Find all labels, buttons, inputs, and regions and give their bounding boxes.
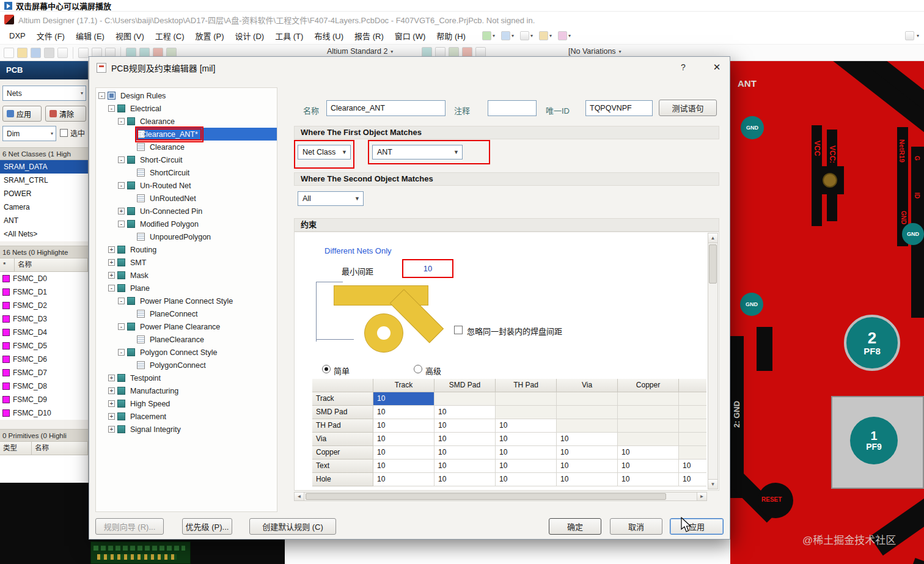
net-item[interactable]: FSMC_D0 bbox=[0, 272, 88, 285]
create-default-rules-button[interactable]: 创建默认规则 (C) bbox=[249, 518, 336, 535]
net-class-item[interactable]: SRAM_DATA bbox=[0, 160, 88, 174]
collapse-icon[interactable]: - bbox=[118, 298, 125, 304]
collapse-icon[interactable]: - bbox=[118, 182, 125, 189]
rule-wizard-button[interactable]: 规则向导 (R)... bbox=[95, 518, 164, 535]
matrix-cell[interactable] bbox=[679, 392, 706, 406]
pf8-pad[interactable]: 2 PF8 bbox=[844, 315, 900, 371]
tree-item-clearance[interactable]: Clearance bbox=[96, 141, 277, 153]
ignore-pad-clearance-checkbox[interactable] bbox=[454, 326, 463, 334]
matrix-cell[interactable] bbox=[679, 433, 706, 446]
expand-icon[interactable]: + bbox=[118, 208, 125, 214]
toolbar-variations[interactable]: [No Variations▾ bbox=[568, 47, 622, 56]
matrix-cell[interactable] bbox=[679, 446, 706, 460]
tree-item-modified-polygon[interactable]: -Modified Polygon bbox=[96, 218, 277, 230]
scrollbar-thumb[interactable] bbox=[306, 493, 666, 500]
menu-item[interactable]: 报告 (R) bbox=[349, 27, 389, 44]
net-item[interactable]: FSMC_D2 bbox=[0, 299, 88, 312]
matrix-row-header[interactable]: Track bbox=[312, 392, 373, 406]
select-checkbox[interactable]: 选中 bbox=[60, 128, 85, 138]
menu-item[interactable]: 帮助 (H) bbox=[431, 27, 471, 44]
collapse-icon[interactable]: - bbox=[108, 285, 115, 291]
net-class-item[interactable]: Camera bbox=[0, 200, 88, 214]
tree-item-mask[interactable]: +Mask bbox=[96, 269, 277, 282]
scrollbar-thumb[interactable] bbox=[709, 244, 717, 284]
matrix-row-header[interactable]: TH Pad bbox=[312, 419, 373, 433]
matrix-cell[interactable]: 10 bbox=[435, 419, 496, 433]
simple-mode-radio[interactable] bbox=[322, 365, 331, 373]
collapse-icon[interactable]: - bbox=[98, 92, 105, 99]
tree-item-un-routed-net[interactable]: -Un-Routed Net bbox=[96, 179, 277, 192]
matrix-cell[interactable] bbox=[618, 433, 679, 446]
grid-tool-button[interactable]: ▾ bbox=[539, 31, 552, 40]
tree-item-routing[interactable]: +Routing bbox=[96, 243, 277, 256]
collapse-icon[interactable]: - bbox=[118, 118, 125, 125]
expand-icon[interactable]: + bbox=[108, 259, 115, 266]
matrix-cell[interactable] bbox=[618, 406, 679, 419]
matrix-cell[interactable] bbox=[557, 406, 618, 419]
cancel-button[interactable]: 取消 bbox=[610, 518, 662, 535]
name-column-header[interactable]: 名称 bbox=[15, 258, 88, 272]
menu-item[interactable]: 工具 (T) bbox=[270, 27, 309, 44]
help-button[interactable]: ? bbox=[677, 62, 689, 72]
matrix-col-header[interactable]: Via bbox=[557, 379, 618, 392]
tree-item-plane[interactable]: -Plane bbox=[96, 282, 277, 295]
matrix-cell[interactable]: 10 bbox=[373, 433, 435, 446]
tree-item-high-speed[interactable]: +High Speed bbox=[96, 397, 277, 410]
matrix-col-header[interactable]: Copper bbox=[618, 379, 679, 392]
clear-button[interactable]: 清除 bbox=[45, 106, 86, 122]
gnd-pad[interactable]: GND bbox=[740, 293, 763, 316]
collapse-icon[interactable]: - bbox=[118, 221, 125, 227]
matrix-cell[interactable]: 10 bbox=[496, 460, 557, 473]
matrix-col-header[interactable]: TH Pad bbox=[496, 379, 557, 392]
matrix-cell[interactable] bbox=[435, 392, 496, 406]
net-classes-header[interactable]: 6 Net Classes (1 High bbox=[0, 147, 88, 160]
tree-item-shortcircuit[interactable]: ShortCircuit bbox=[96, 166, 277, 179]
matrix-cell[interactable] bbox=[679, 406, 706, 419]
matrix-cell[interactable]: 10 bbox=[557, 446, 618, 460]
matrix-cell[interactable]: 10 bbox=[557, 460, 618, 473]
expand-icon[interactable]: + bbox=[108, 246, 115, 253]
pf9-pad[interactable]: 1 PF9 bbox=[850, 417, 898, 464]
new-document-icon[interactable] bbox=[4, 48, 14, 58]
net-item[interactable]: FSMC_D5 bbox=[0, 339, 88, 353]
first-match-scope-select[interactable]: Net Class▼ bbox=[298, 145, 351, 159]
menu-item[interactable]: 工程 (C) bbox=[150, 27, 190, 44]
nets-header[interactable]: 16 Nets (0 Highlighte bbox=[0, 246, 88, 258]
matrix-cell[interactable]: 10 bbox=[496, 446, 557, 460]
expand-icon[interactable]: + bbox=[108, 387, 115, 394]
expand-icon[interactable]: + bbox=[108, 375, 115, 381]
name-column-header[interactable]: 名称 bbox=[32, 442, 88, 455]
matrix-cell[interactable]: 10 bbox=[679, 460, 706, 473]
min-clearance-input[interactable]: 10 bbox=[402, 259, 453, 278]
menu-item[interactable]: 编辑 (E) bbox=[70, 27, 110, 44]
net-item[interactable]: FSMC_D10 bbox=[0, 406, 88, 420]
net-item[interactable]: FSMC_D9 bbox=[0, 393, 88, 406]
net-class-item[interactable]: ANT bbox=[0, 214, 88, 227]
tree-item-electrical[interactable]: -Electrical bbox=[96, 102, 277, 115]
tree-item-planeclearance[interactable]: PlaneClearance bbox=[96, 333, 277, 346]
menu-item[interactable]: 视图 (V) bbox=[110, 27, 150, 44]
open-icon[interactable] bbox=[17, 48, 28, 58]
tree-item-testpoint[interactable]: +Testpoint bbox=[96, 372, 277, 384]
matrix-cell[interactable]: 10 bbox=[435, 473, 496, 486]
sort-column-header[interactable]: * bbox=[0, 258, 15, 272]
matrix-cell[interactable]: 10 bbox=[618, 446, 679, 460]
net-class-item[interactable]: <All Nets> bbox=[0, 227, 88, 241]
different-nets-link[interactable]: Different Nets Only bbox=[324, 246, 392, 255]
menu-item[interactable]: 文件 (F) bbox=[31, 27, 70, 44]
tree-item-placement[interactable]: +Placement bbox=[96, 410, 277, 423]
expand-icon[interactable]: + bbox=[108, 400, 115, 407]
workspace-panels-button[interactable]: ▾ bbox=[905, 31, 919, 40]
mask-tool-button[interactable]: ▾ bbox=[558, 31, 571, 40]
matrix-cell[interactable]: 10 bbox=[435, 446, 496, 460]
matrix-cell[interactable]: 10 bbox=[557, 433, 618, 446]
tree-item-design-rules[interactable]: -Design Rules bbox=[96, 89, 277, 102]
advanced-mode-radio[interactable] bbox=[414, 365, 422, 373]
test-query-button[interactable]: 测试语句 bbox=[659, 100, 717, 116]
matrix-cell[interactable] bbox=[496, 406, 557, 419]
gnd-pad[interactable]: GND bbox=[902, 223, 924, 245]
net-class-item[interactable]: SRAM_CTRL bbox=[0, 174, 88, 187]
nets-selector[interactable]: Nets▾ bbox=[2, 86, 86, 101]
tree-item-power-plane-clearance[interactable]: -Power Plane Clearance bbox=[96, 320, 277, 333]
vertical-scrollbar[interactable]: ▲ ▼ bbox=[708, 233, 718, 489]
